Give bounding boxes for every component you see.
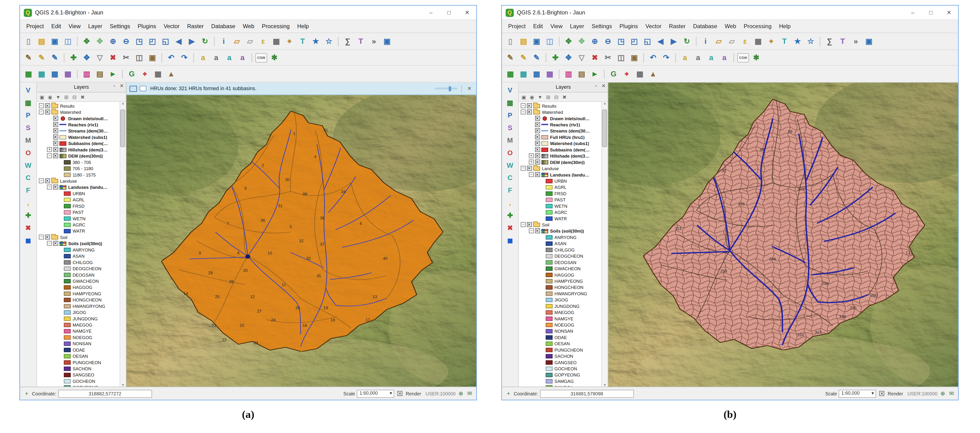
- paste-features-icon[interactable]: ▣: [146, 52, 158, 63]
- open-project-icon[interactable]: ▤: [517, 35, 529, 47]
- layer-tree-row[interactable]: Soil: [37, 234, 119, 240]
- crs-status-icon[interactable]: ⊕: [458, 390, 465, 397]
- node-tool-icon[interactable]: ▽: [94, 52, 106, 63]
- tree-expander-icon[interactable]: [529, 160, 534, 165]
- save-project-icon[interactable]: ▣: [49, 35, 60, 47]
- filter-legend-icon[interactable]: ▼: [536, 93, 544, 101]
- layer-tree-row[interactable]: NONSAN: [519, 328, 601, 334]
- qswat-edit-icon[interactable]: ▦: [49, 68, 60, 80]
- collapse-all-icon[interactable]: ⊟: [552, 93, 560, 101]
- zoom-to-selection-icon[interactable]: ◰: [146, 35, 158, 47]
- layer-tree-row[interactable]: SANGJU: [519, 384, 601, 387]
- layer-visibility-checkbox[interactable]: [535, 147, 540, 152]
- zoom-full-icon[interactable]: ◳: [133, 35, 145, 47]
- layer-visibility-icon[interactable]: ◉: [528, 93, 536, 101]
- raster-calculator-icon[interactable]: ▦: [634, 68, 646, 80]
- layer-tree-row[interactable]: WETN: [37, 215, 119, 221]
- layer-tree-row[interactable]: DEOGSAN: [37, 271, 119, 278]
- minimize-button[interactable]: –: [904, 6, 922, 19]
- new-shapefile-layer-icon[interactable]: ✚: [22, 209, 34, 221]
- add-oracle-layer-icon[interactable]: O: [504, 147, 516, 158]
- layer-tree-row[interactable]: Landuses (landu…: [37, 184, 119, 190]
- copy-features-icon[interactable]: ◫: [615, 52, 627, 63]
- layer-tree-row[interactable]: Reaches (riv1): [519, 121, 601, 127]
- layer-visibility-checkbox[interactable]: [45, 109, 50, 114]
- layer-visibility-checkbox[interactable]: [45, 235, 50, 239]
- add-mssql-layer-icon[interactable]: M: [504, 135, 516, 146]
- coordinate-display[interactable]: 316881,578098: [540, 389, 634, 398]
- paste-features-icon[interactable]: ▣: [628, 52, 640, 63]
- layer-tree-row[interactable]: Hillshade (dem(3…: [519, 152, 601, 159]
- layer-tree-row[interactable]: HONGCHEON: [37, 297, 119, 303]
- layer-tree-row[interactable]: Hillshade (dem(3…: [37, 146, 119, 152]
- qswat-hru-icon[interactable]: ▦: [517, 68, 529, 80]
- select-by-expression-icon[interactable]: ε: [739, 35, 751, 47]
- layer-visibility-checkbox[interactable]: [53, 147, 58, 152]
- edit-inputs-icon[interactable]: ▤: [576, 68, 587, 80]
- new-shapefile-layer-icon[interactable]: ✚: [504, 209, 516, 221]
- run-model-icon[interactable]: ►: [107, 68, 119, 80]
- zoom-to-layer-icon[interactable]: ◱: [159, 35, 171, 47]
- menu-item[interactable]: Plugins: [616, 23, 642, 29]
- layer-visibility-checkbox[interactable]: [535, 122, 540, 127]
- text-annotation-icon[interactable]: T: [355, 35, 367, 47]
- layer-tree-scrollbar[interactable]: ▲ ▼: [601, 102, 608, 387]
- layer-tree-row[interactable]: ASAN: [37, 253, 119, 259]
- zoom-in-icon[interactable]: ⊕: [589, 35, 601, 47]
- tree-expander-icon[interactable]: [521, 103, 526, 108]
- menu-item[interactable]: Edit: [530, 23, 547, 29]
- labeling-icon[interactable]: a: [679, 52, 691, 63]
- scale-combobox[interactable]: 1:60,000 ▾: [357, 389, 395, 398]
- add-raster-layer-icon[interactable]: ▦: [504, 97, 516, 108]
- map-tips-icon[interactable]: T: [778, 35, 791, 47]
- coordinate-capture-icon[interactable]: +: [505, 390, 512, 397]
- layer-tree-row[interactable]: ODAE: [519, 334, 601, 340]
- layer-tree-row[interactable]: SACHON: [519, 353, 601, 359]
- layer-visibility-checkbox[interactable]: [535, 141, 540, 146]
- map-canvas[interactable]: 1412433039343173653863237981033402920351…: [126, 95, 476, 387]
- expand-all-icon[interactable]: ⊞: [62, 93, 70, 101]
- filter-legend-icon[interactable]: ▼: [54, 93, 62, 101]
- layer-tree-row[interactable]: Watershed (subs1): [37, 134, 119, 140]
- scale-dropdown-arrow[interactable]: ▾: [390, 390, 392, 397]
- deselect-features-icon[interactable]: ▱: [726, 35, 738, 47]
- layer-tree-row[interactable]: SANGSEO: [37, 371, 119, 377]
- menu-item[interactable]: Vector: [160, 23, 183, 29]
- tree-expander-icon[interactable]: [47, 147, 52, 152]
- add-spatialite-layer-icon[interactable]: S: [504, 122, 516, 133]
- node-tool-icon[interactable]: ▽: [576, 52, 587, 63]
- remove-layer-icon[interactable]: ✖: [22, 222, 34, 233]
- coordinate-display[interactable]: 318882,577272: [58, 389, 152, 398]
- layer-tree-row[interactable]: AGRC: [519, 209, 601, 215]
- messages-log-icon[interactable]: ✉: [948, 390, 955, 397]
- layer-visibility-checkbox[interactable]: [45, 178, 50, 183]
- tree-expander-icon[interactable]: [39, 109, 44, 114]
- layer-tree-row[interactable]: SACHON: [37, 365, 119, 371]
- refresh-map-icon[interactable]: ↻: [199, 35, 211, 47]
- layer-visibility-checkbox[interactable]: [527, 103, 532, 108]
- layer-tree-row[interactable]: Landuse: [519, 165, 601, 171]
- layer-tree-row[interactable]: HWANGRYONG: [37, 303, 119, 309]
- new-bookmark-icon[interactable]: ★: [310, 35, 322, 47]
- layer-tree-row[interactable]: Soil: [519, 222, 601, 228]
- run-model-icon[interactable]: ►: [589, 68, 601, 80]
- move-label-icon[interactable]: a: [692, 52, 704, 63]
- save-layer-edits-icon[interactable]: ✎: [531, 52, 542, 63]
- menu-item[interactable]: Layer: [84, 23, 106, 29]
- layer-tree-row[interactable]: 380 - 705: [37, 159, 119, 165]
- layer-tree-row[interactable]: URBN: [37, 190, 119, 197]
- menu-item[interactable]: Database: [689, 23, 721, 29]
- layer-tree-row[interactable]: Drawn inlets/outl…: [37, 115, 119, 121]
- zoom-full-icon[interactable]: ◳: [615, 35, 627, 47]
- processing-toolbox-icon[interactable]: ✱: [269, 52, 280, 63]
- layer-tree-row[interactable]: Subbasins (dem(…: [519, 146, 601, 152]
- current-edits-icon[interactable]: ✎: [504, 52, 516, 63]
- grass-tools-icon[interactable]: G: [608, 68, 619, 80]
- layer-visibility-checkbox[interactable]: [53, 116, 58, 121]
- edit-inputs-icon[interactable]: ▤: [94, 68, 106, 80]
- menu-item[interactable]: Plugins: [134, 23, 160, 29]
- georeferencer-icon[interactable]: ⌖: [139, 68, 151, 80]
- new-project-icon[interactable]: ▯: [22, 35, 34, 47]
- save-project-icon[interactable]: ▣: [531, 35, 542, 47]
- save-layer-edits-icon[interactable]: ✎: [49, 52, 60, 63]
